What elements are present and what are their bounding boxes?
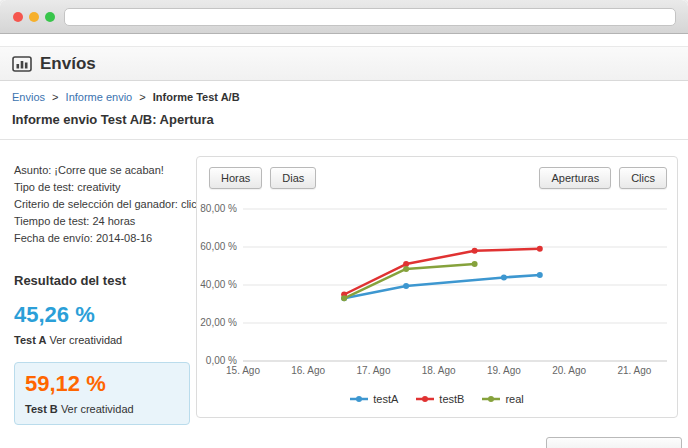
bottom-cut-button[interactable] xyxy=(546,437,682,448)
legend-label: testB xyxy=(439,393,464,405)
chart-panel: Horas Dias Aperturas Clics 0,00 %20,00 %… xyxy=(196,156,678,418)
browser-chrome xyxy=(0,0,688,34)
legend-item-testB[interactable]: testB xyxy=(416,393,464,405)
info-line: Criterio de selección del ganador: click xyxy=(14,196,186,213)
x-tick-label: 16. Ago xyxy=(286,365,330,376)
main-content: Asunto: ¡Corre que se acaban!Tipo de tes… xyxy=(0,140,688,425)
x-tick-label: 20. Ago xyxy=(547,365,591,376)
breadcrumb-separator: > xyxy=(139,91,145,103)
info-line: Fecha de envío: 2014-08-16 xyxy=(14,230,186,247)
test-a-caption: Test A Ver creatividad xyxy=(14,334,186,346)
dias-button[interactable]: Dias xyxy=(270,167,316,189)
chart-legend: testAtestBreal xyxy=(197,393,677,405)
x-tick-label: 21. Ago xyxy=(612,365,656,376)
url-bar[interactable] xyxy=(64,8,676,26)
legend-marker-icon xyxy=(482,395,500,403)
info-line: Tipo de test: creativity xyxy=(14,179,186,196)
x-tick-label: 19. Ago xyxy=(482,365,526,376)
test-b-winner-box: 59,12 % Test B Ver creatividad xyxy=(14,362,190,425)
line-chart xyxy=(243,209,667,361)
legend-marker-icon xyxy=(350,395,368,403)
close-window-icon[interactable] xyxy=(13,12,23,22)
x-tick-label: 17. Ago xyxy=(352,365,396,376)
plot-area: 15. Ago16. Ago17. Ago18. Ago19. Ago20. A… xyxy=(243,209,667,361)
clics-button[interactable]: Clics xyxy=(619,167,667,189)
test-a-ver-creatividad-link[interactable]: Ver creatividad xyxy=(49,334,122,346)
test-b-label: Test B xyxy=(25,403,58,415)
test-b-value: 59,12 % xyxy=(25,371,179,397)
breadcrumb: Envios > Informe envio > Informe Test A/… xyxy=(0,81,688,103)
test-a-label: Test A xyxy=(14,334,46,346)
test-b-caption: Test B Ver creatividad xyxy=(25,403,179,415)
test-a-value: 45,26 % xyxy=(14,302,186,328)
info-line: Asunto: ¡Corre que se acaban! xyxy=(14,162,186,179)
time-unit-buttons: Horas Dias xyxy=(209,167,316,189)
y-tick-label: 40,00 % xyxy=(200,279,237,290)
app-header: Envíos xyxy=(0,46,688,81)
breadcrumb-current: Informe Test A/B xyxy=(153,91,240,103)
browser-window: Envíos Envios > Informe envio > Informe … xyxy=(0,0,688,448)
zoom-window-icon[interactable] xyxy=(45,12,55,22)
legend-item-real[interactable]: real xyxy=(482,393,523,405)
x-tick-label: 15. Ago xyxy=(221,365,265,376)
y-tick-label: 60,00 % xyxy=(200,241,237,252)
metric-buttons: Aperturas Clics xyxy=(539,167,667,189)
test-b-ver-creatividad-link[interactable]: Ver creatividad xyxy=(61,403,134,415)
result-heading: Resultado del test xyxy=(14,273,186,288)
page-title: Informe envio Test A/B: Apertura xyxy=(0,103,688,140)
legend-label: testA xyxy=(373,393,398,405)
y-axis: 0,00 %20,00 %40,00 %60,00 %80,00 % xyxy=(197,209,243,361)
y-tick-label: 80,00 % xyxy=(200,203,237,214)
minimize-window-icon[interactable] xyxy=(29,12,39,22)
breadcrumb-link-informe-envio[interactable]: Informe envio xyxy=(66,91,133,103)
horas-button[interactable]: Horas xyxy=(209,167,262,189)
breadcrumb-separator: > xyxy=(52,91,58,103)
info-line: Tiempo de test: 24 horas xyxy=(14,213,186,230)
aperturas-button[interactable]: Aperturas xyxy=(539,167,611,189)
x-tick-label: 18. Ago xyxy=(417,365,461,376)
plot-row: 0,00 %20,00 %40,00 %60,00 %80,00 % 15. A… xyxy=(197,209,677,361)
breadcrumb-link-envios[interactable]: Envios xyxy=(12,91,45,103)
bar-chart-icon xyxy=(12,54,32,74)
legend-label: real xyxy=(505,393,523,405)
y-tick-label: 20,00 % xyxy=(200,317,237,328)
test-info-panel: Asunto: ¡Corre que se acaban!Tipo de tes… xyxy=(0,140,196,425)
app-title: Envíos xyxy=(40,54,96,74)
legend-item-testA[interactable]: testA xyxy=(350,393,398,405)
chart-toolbar: Horas Dias Aperturas Clics xyxy=(197,157,677,189)
info-lines: Asunto: ¡Corre que se acaban!Tipo de tes… xyxy=(14,162,186,247)
legend-marker-icon xyxy=(416,395,434,403)
